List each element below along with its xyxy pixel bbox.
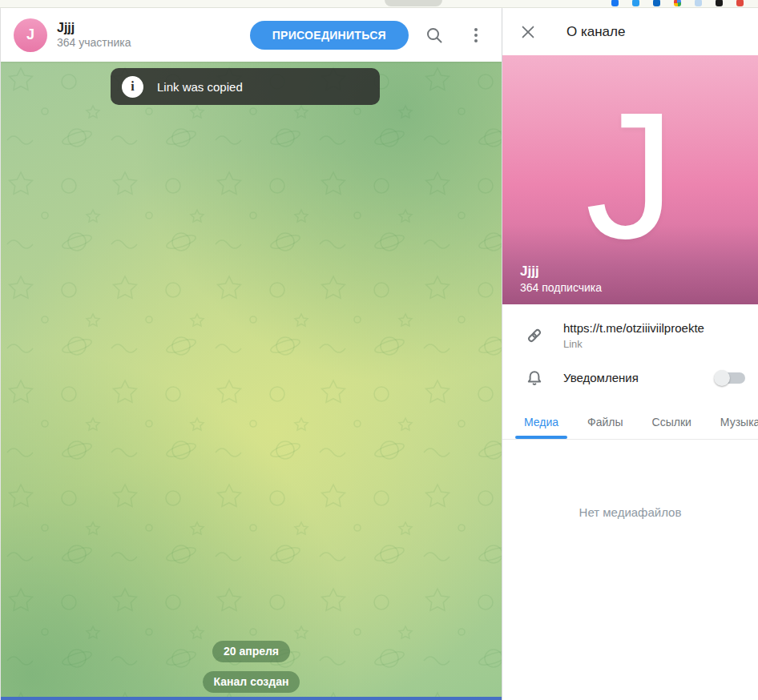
bell-icon <box>525 368 544 388</box>
chat-header: J Jjjj 364 участника ПРИСОЕДИНИТЬСЯ <box>1 8 502 62</box>
panel-subscribers-count: 364 подписчика <box>520 280 602 295</box>
notifications-label: Уведомления <box>563 371 639 384</box>
channel-photo[interactable]: J Jjjj 364 подписчика <box>502 55 758 304</box>
empty-media-message: Нет медиафайлов <box>502 505 758 519</box>
bottom-blue-bar <box>1 697 502 700</box>
info-icon: i <box>122 76 143 98</box>
service-badges: 20 апреля Канал создан <box>1 641 502 693</box>
browser-bookmarks-strip <box>0 0 758 8</box>
bookmark-favicons <box>611 0 744 8</box>
favicon-google[interactable] <box>674 0 681 6</box>
toast-notification: i Link was copied <box>111 68 380 105</box>
tab-media[interactable]: Медиа <box>512 406 571 439</box>
join-button[interactable]: ПРИСОЕДИНИТЬСЯ <box>250 21 409 50</box>
photo-caption: Jjjj 364 подписчика <box>520 263 602 295</box>
close-panel-button[interactable] <box>512 16 544 48</box>
notifications-toggle[interactable] <box>716 372 745 384</box>
tab-files[interactable]: Файлы <box>575 406 635 439</box>
telegram-app: J Jjjj 364 участника ПРИСОЕДИНИТЬСЯ <box>0 8 758 700</box>
panel-header: О канале <box>502 8 758 55</box>
panel-title: О канале <box>566 24 625 40</box>
panel-channel-name: Jjjj <box>520 263 602 280</box>
kebab-icon <box>474 28 478 42</box>
notifications-row[interactable]: Уведомления <box>502 358 758 398</box>
toast-message: Link was copied <box>157 80 243 94</box>
tab-links[interactable]: Ссылки <box>640 406 704 439</box>
more-menu-button[interactable] <box>460 19 492 51</box>
channel-info-panel: О канале J Jjjj 364 подписчика <box>502 8 758 700</box>
channel-link-label: Link <box>563 338 704 351</box>
close-icon <box>519 23 537 41</box>
browser-tab-pill[interactable] <box>385 0 442 6</box>
channel-members-count: 364 участника <box>57 37 131 48</box>
chat-column: J Jjjj 364 участника ПРИСОЕДИНИТЬСЯ <box>1 8 502 700</box>
favicon-dark[interactable] <box>716 0 723 6</box>
channel-photo-letter: J <box>585 95 675 257</box>
search-icon <box>425 26 444 45</box>
channel-link-url: https://t.me/otziiiviilproekte <box>563 321 704 336</box>
favicon-facebook[interactable] <box>611 0 619 6</box>
favicon-pale-blue[interactable] <box>695 0 702 6</box>
channel-title: Jjjj <box>57 22 131 34</box>
chat-background: i Link was copied 20 апреля Канал создан <box>1 62 502 700</box>
doodle-pattern <box>1 62 502 700</box>
chat-header-titles[interactable]: Jjjj 364 участника <box>57 22 131 48</box>
link-icon <box>525 326 544 345</box>
search-button[interactable] <box>418 19 450 51</box>
info-rows: https://t.me/otziiiviilproekte Link Увед… <box>502 304 758 398</box>
link-row[interactable]: https://t.me/otziiiviilproekte Link <box>502 314 758 358</box>
channel-avatar[interactable]: J <box>14 18 47 52</box>
media-tabs: Медиа Файлы Ссылки Музыка <box>502 403 758 440</box>
toggle-knob <box>714 370 730 386</box>
tab-music[interactable]: Музыка <box>708 406 758 439</box>
favicon-messenger[interactable] <box>632 0 639 6</box>
favicon-red[interactable] <box>736 0 744 6</box>
date-badge: 20 апреля <box>212 641 290 662</box>
channel-created-badge: Канал создан <box>203 671 300 693</box>
favicon-linkedin[interactable] <box>653 0 660 6</box>
